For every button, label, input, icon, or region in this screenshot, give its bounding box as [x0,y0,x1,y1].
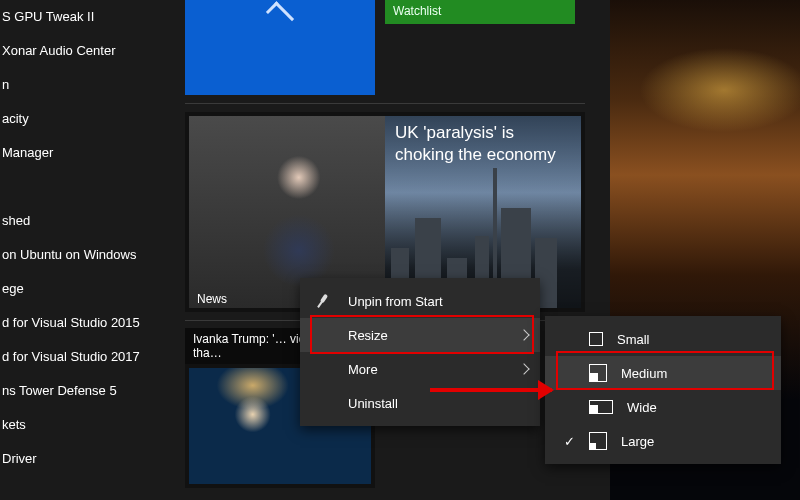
resize-medium[interactable]: Medium [545,356,781,390]
app-list-item[interactable]: acity [0,102,175,136]
app-list-item[interactable]: Manager [0,136,175,170]
tile-weather[interactable] [185,0,375,95]
tile-group-divider [185,103,585,104]
app-list-item[interactable] [0,170,175,204]
more-icon [314,359,334,379]
news-tile-label: News [197,292,227,306]
app-list-item[interactable]: on Ubuntu on Windows [0,238,175,272]
context-unpin-label: Unpin from Start [348,294,443,309]
app-list-item[interactable]: kets [0,408,175,442]
app-list-item[interactable]: S GPU Tweak II [0,0,175,34]
resize-wide[interactable]: Wide [545,390,781,424]
resize-icon [314,325,334,345]
size-medium-icon [589,364,607,382]
resize-medium-label: Medium [621,366,667,381]
size-small-icon [589,332,603,346]
tile-watchlist-label: Watchlist [393,4,441,18]
chevron-right-icon [518,363,529,374]
app-list-item[interactable]: n [0,68,175,102]
app-list-item[interactable]: ege [0,272,175,306]
app-list: S GPU Tweak II Xonar Audio Center n acit… [0,0,175,500]
uninstall-icon [314,393,334,413]
chevron-right-icon [518,329,529,340]
app-list-item[interactable]: ns Tower Defense 5 [0,374,175,408]
resize-wide-label: Wide [627,400,657,415]
resize-small-label: Small [617,332,650,347]
context-uninstall[interactable]: Uninstall [300,386,540,420]
resize-large[interactable]: ✓ Large [545,424,781,458]
resize-submenu: Small Medium Wide ✓ Large [545,316,781,464]
app-list-item[interactable]: Driver [0,442,175,476]
chevron-up-icon [266,1,294,29]
tile-context-menu: Unpin from Start Resize More Uninstall [300,278,540,426]
context-resize[interactable]: Resize [300,318,540,352]
check-icon: ✓ [559,434,579,449]
context-more[interactable]: More [300,352,540,386]
context-resize-label: Resize [348,328,388,343]
resize-large-label: Large [621,434,654,449]
tile-watchlist[interactable]: Watchlist [385,0,575,24]
unpin-icon [314,291,334,311]
size-large-icon [589,432,607,450]
context-unpin[interactable]: Unpin from Start [300,284,540,318]
resize-small[interactable]: Small [545,322,781,356]
news-headline: UK 'paralysis' is choking the economy [395,122,571,166]
context-uninstall-label: Uninstall [348,396,398,411]
size-wide-icon [589,400,613,414]
context-more-label: More [348,362,378,377]
app-list-item[interactable]: d for Visual Studio 2015 [0,306,175,340]
app-list-item[interactable]: d for Visual Studio 2017 [0,340,175,374]
app-list-item[interactable]: Xonar Audio Center [0,34,175,68]
app-list-item[interactable]: shed [0,204,175,238]
